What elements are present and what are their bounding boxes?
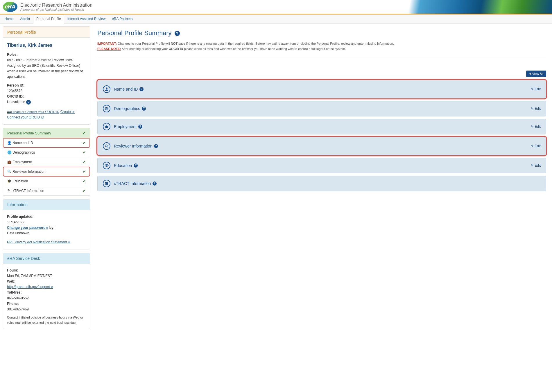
panel-personal-profile: Personal Profile Tiberius, Kirk James Ro… (3, 26, 90, 125)
briefcase-icon (103, 123, 110, 130)
important-not: NOT (171, 42, 178, 45)
phone-value: 301-402-7469 (7, 307, 86, 312)
panel-service-desk: eRA Service Desk Hours: Mon-Fri, 7AM-8PM… (3, 253, 90, 330)
edit-button[interactable]: Edit (531, 163, 541, 168)
orcid-connect-image-link[interactable]: 📷Create or Connect your ORCID iD (7, 110, 59, 114)
web-link[interactable]: http://grants.nih.gov/support (7, 285, 53, 289)
card-employment[interactable]: Employment ? Edit (97, 119, 546, 134)
sidebar-item-reviewer[interactable]: 🔍Reviewer Information ✔ (3, 167, 90, 176)
check-icon: ✔ (83, 141, 86, 145)
help-icon[interactable]: ? (134, 163, 138, 168)
sidebar-item-education[interactable]: 🎓Education ✔ (3, 176, 90, 186)
archive-icon (103, 180, 110, 187)
help-icon[interactable]: ? (142, 107, 146, 111)
sidebar-item-label: Education (12, 179, 28, 183)
card-title: Reviewer Information (114, 144, 152, 148)
please-note-label: PLEASE NOTE: (97, 47, 121, 51)
globe-icon (103, 105, 110, 112)
accordion-group: Name and ID ? Edit Demographics ? Edit E… (97, 80, 546, 191)
view-all-button[interactable]: View All (526, 71, 546, 77)
page-title-text: Personal Profile Summary (97, 29, 172, 37)
profile-updated-label: Profile updated: (7, 215, 33, 219)
grad-cap-icon: 🎓 (7, 179, 11, 183)
orcid-value: Unavailable (7, 100, 25, 104)
card-title: Employment (114, 124, 137, 129)
sidebar-item-demographics[interactable]: 🌐Demographics ✔ (3, 148, 90, 157)
user-name: Tiberius, Kirk James (7, 42, 86, 49)
tab-iar[interactable]: Internet Assisted Review (64, 15, 109, 23)
tab-partners[interactable]: eRA Partners (109, 15, 136, 23)
card-name-id[interactable]: Name and ID ? Edit (97, 80, 546, 98)
contact-note: Contact initiated outside of business ho… (7, 315, 86, 325)
sidebar-summary-header[interactable]: Personal Profile Summary ✔ (3, 128, 90, 138)
help-icon[interactable]: ? (153, 181, 157, 186)
help-icon[interactable]: ? (175, 31, 180, 36)
main-nav: Home Admin Personal Profile Internet Ass… (0, 15, 552, 24)
change-password-link[interactable]: Change your password (7, 226, 48, 230)
check-icon: ✔ (83, 179, 86, 183)
change-password-by: by: (48, 226, 54, 230)
change-password-date: Date unknown (7, 231, 86, 236)
user-icon (103, 85, 110, 93)
edit-button[interactable]: Edit (531, 125, 541, 129)
please-note-1: After creating or connecting your (121, 47, 169, 51)
tollfree-value: 866-504-9552 (7, 296, 86, 301)
header-decoration (349, 0, 552, 14)
search-icon: 🔍 (7, 170, 11, 174)
roles-text: IAR - IAR – Internet Assisted Review Use… (7, 57, 86, 80)
panel-service-desk-heading: eRA Service Desk (3, 253, 90, 264)
sidebar: Personal Profile Tiberius, Kirk James Ro… (3, 26, 90, 333)
main-content: Personal Profile Summary ? IMPORTANT: Ch… (97, 26, 549, 333)
help-icon[interactable]: ? (154, 144, 158, 148)
card-xtract[interactable]: xTRACT Information ? (97, 176, 546, 191)
web-label: Web: (7, 279, 15, 283)
check-icon: ✔ (83, 160, 86, 164)
edit-button[interactable]: Edit (531, 144, 541, 148)
app-header: eRA Electronic Research Administration A… (0, 0, 552, 15)
check-icon: ✔ (83, 150, 86, 154)
tab-personal-profile[interactable]: Personal Profile (33, 15, 64, 24)
edit-button[interactable]: Edit (531, 87, 541, 91)
user-icon: 👤 (7, 141, 11, 145)
era-logo: eRA (3, 2, 17, 12)
edit-button[interactable]: Edit (531, 107, 541, 111)
important-label: IMPORTANT: (97, 42, 117, 45)
person-id-label: Person ID: (7, 83, 24, 87)
app-subtitle: A program of the National Institutes of … (20, 8, 92, 11)
grad-cap-icon (103, 162, 110, 169)
briefcase-icon: 💼 (7, 160, 11, 164)
card-education[interactable]: Education ? Edit (97, 158, 546, 173)
card-title: Education (114, 163, 132, 168)
orcid-label: ORCID ID: (7, 94, 24, 98)
sidebar-summary-list: 👤Name and ID ✔ 🌐Demographics ✔ 💼Employme… (3, 138, 90, 196)
sidebar-item-label: Demographics (12, 150, 35, 154)
help-icon[interactable]: ? (138, 125, 142, 129)
separator (97, 56, 546, 56)
tab-home[interactable]: Home (1, 15, 17, 23)
panel-information-heading: Information (3, 199, 90, 210)
person-id-value: 12345678 (7, 88, 86, 94)
hours-label: Hours: (7, 268, 18, 272)
card-title: Demographics (114, 106, 140, 111)
sidebar-item-employment[interactable]: 💼Employment ✔ (3, 157, 90, 167)
important-text-1: Changes to your Personal Profile will (117, 42, 171, 45)
sidebar-item-label: Employment (12, 160, 32, 164)
app-title: Electronic Research Administration (20, 3, 92, 8)
tab-admin[interactable]: Admin (17, 15, 33, 23)
card-reviewer[interactable]: Reviewer Information ? Edit (97, 137, 546, 155)
card-demographics[interactable]: Demographics ? Edit (97, 101, 546, 116)
sidebar-item-name-id[interactable]: 👤Name and ID ✔ (3, 138, 90, 148)
profile-updated-value: 11/14/2022 (7, 220, 86, 225)
ppf-privacy-link[interactable]: PPF Privacy Act Notification Statement (7, 240, 70, 244)
search-icon (103, 142, 110, 150)
card-title: Name and ID (114, 87, 138, 91)
orcid-help-icon[interactable]: ? (26, 100, 31, 105)
help-icon[interactable]: ? (139, 87, 144, 91)
roles-label: Roles: (7, 53, 18, 57)
sidebar-item-xtract[interactable]: 🗄xTRACT Information ✔ (3, 186, 90, 195)
sidebar-item-label: Name and ID (12, 141, 33, 145)
card-title: xTRACT Information (114, 181, 151, 186)
page-title: Personal Profile Summary ? (97, 29, 546, 37)
important-notice: IMPORTANT: Changes to your Personal Prof… (97, 41, 546, 51)
header-text: Electronic Research Administration A pro… (20, 3, 92, 11)
